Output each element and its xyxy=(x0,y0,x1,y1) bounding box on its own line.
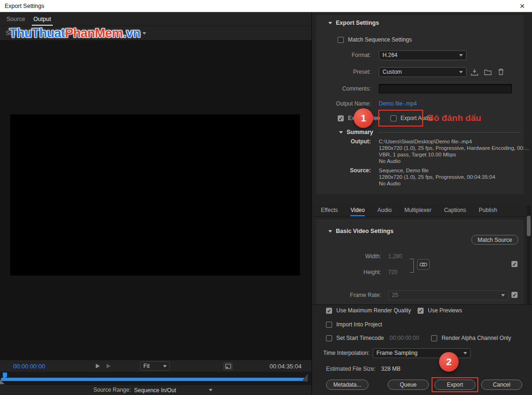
save-preset-button[interactable] xyxy=(469,68,480,76)
zoom-level-select[interactable]: Fit xyxy=(140,361,170,371)
preview-panel: Source Output Sou ThuThuatPhanMem.vn 00:… xyxy=(0,12,312,395)
tab-effects[interactable]: Effects xyxy=(321,207,338,216)
set-start-timecode-label: Set Start Timecode xyxy=(336,335,384,341)
source-range-row: Source Range: Sequence In/Out xyxy=(0,384,312,395)
output-name-link[interactable]: Demo file-.mp4 xyxy=(379,100,417,107)
chevron-down-icon xyxy=(501,294,505,296)
source-range-select[interactable]: Sequence In/Out xyxy=(132,386,214,395)
chevron-down-icon xyxy=(463,352,467,354)
play-in-out-icon[interactable] xyxy=(96,364,100,368)
collapse-export-settings-icon[interactable] xyxy=(328,22,332,24)
timeline-bar[interactable] xyxy=(1,378,305,381)
dialog-title: Export Settings xyxy=(0,3,44,9)
match-sequence-checkbox[interactable] xyxy=(338,37,344,43)
annotation-box-export-audio xyxy=(378,110,423,127)
collapse-basic-video-icon[interactable] xyxy=(328,230,332,233)
close-icon[interactable]: × xyxy=(512,0,532,12)
height-value: 720 xyxy=(388,269,397,275)
zoom-level-value: Fit xyxy=(143,363,149,369)
tab-publish[interactable]: Publish xyxy=(479,207,497,216)
time-interpolation-value: Frame Sampling xyxy=(376,350,418,356)
collapse-summary-icon[interactable] xyxy=(339,131,343,134)
frame-rate-value: 25 xyxy=(392,292,398,298)
titlebar: Export Settings × xyxy=(0,0,532,12)
estimated-size-value: 328 MB xyxy=(381,366,400,372)
import-into-project-checkbox[interactable] xyxy=(326,322,332,328)
tab-captions[interactable]: Captions xyxy=(444,207,466,216)
time-interpolation-label: Time Interpolation: xyxy=(312,350,369,356)
link-bracket xyxy=(410,259,414,273)
render-alpha-checkbox[interactable] xyxy=(431,335,437,341)
width-label: Width: xyxy=(312,253,381,260)
set-start-timecode-checkbox[interactable] xyxy=(326,335,332,341)
crop-icon xyxy=(225,364,231,369)
format-select[interactable]: H.264 xyxy=(379,50,467,60)
frame-rate-label: Frame Rate: xyxy=(312,292,381,298)
current-timecode[interactable]: 00:00:00:00 xyxy=(13,363,45,370)
summary-source-label: Source: xyxy=(312,167,371,174)
tab-multiplexer[interactable]: Multiplexer xyxy=(404,207,432,216)
timeline-scrubber[interactable] xyxy=(0,372,312,384)
scrollbar-thumb[interactable] xyxy=(527,216,531,236)
video-preview-area xyxy=(0,40,312,360)
start-timecode-value: 00:00:00:00 xyxy=(390,335,419,341)
annotation-step-2: 2 xyxy=(439,352,459,372)
summary-divider xyxy=(378,132,520,133)
annotation-uncheck-text: Bỏ đánh dấu xyxy=(427,113,481,123)
height-label: Height: xyxy=(312,269,381,275)
settings-tabs: Effects Video Audio Multiplexer Captions… xyxy=(312,205,526,217)
duration-timecode: 00:04:35:04 xyxy=(270,363,302,370)
annotation-box-export-button xyxy=(432,377,478,392)
out-point-handle[interactable] xyxy=(302,374,308,381)
estimated-size-label: Estimated File Size: xyxy=(326,366,376,372)
dimensions-enabled-checkbox[interactable] xyxy=(511,261,518,267)
queue-button[interactable]: Queue xyxy=(388,380,429,390)
use-max-render-checkbox[interactable] xyxy=(326,308,332,314)
transport-bar: 00:00:00:00 Fit 00:04:35:04 xyxy=(0,360,312,372)
export-video-checkbox[interactable] xyxy=(338,115,344,121)
crop-output-button[interactable] xyxy=(223,362,233,370)
metadata-button[interactable]: Metadata... xyxy=(326,380,369,390)
playhead-marker[interactable] xyxy=(3,373,7,377)
match-source-button[interactable]: Match Source xyxy=(471,235,518,245)
chevron-down-icon xyxy=(209,389,213,391)
preset-select[interactable]: Custom xyxy=(379,67,467,77)
source-range-value: Sequence In/Out xyxy=(134,387,176,394)
chevron-down-icon xyxy=(163,365,167,367)
render-alpha-label: Render Alpha Channel Only xyxy=(441,335,511,341)
folder-icon xyxy=(484,69,492,75)
trash-icon xyxy=(498,69,504,75)
preset-value: Custom xyxy=(383,69,402,75)
in-point-handle[interactable] xyxy=(0,380,5,384)
video-frame xyxy=(10,114,300,275)
summary-source-lines: Sequence, Demo file 1280x720 (1.0), 25 f… xyxy=(379,167,495,187)
play-icon[interactable] xyxy=(106,364,111,368)
chain-link-icon xyxy=(419,262,427,267)
import-into-project-label: Import Into Project xyxy=(336,321,382,328)
save-preset-icon xyxy=(471,69,478,76)
tab-output[interactable]: Output xyxy=(32,16,53,26)
use-previews-label: Use Previews xyxy=(428,307,462,314)
bottom-divider xyxy=(312,304,532,305)
watermark: ThuThuatPhanMem.vn xyxy=(9,26,141,41)
match-sequence-label: Match Sequence Settings xyxy=(348,36,412,43)
cancel-button[interactable]: Cancel xyxy=(481,380,522,390)
use-max-render-label: Use Maximum Render Quality xyxy=(336,307,411,314)
annotation-step-1: 1 xyxy=(354,108,373,128)
export-settings-dialog: Export Settings × Source Output Sou ThuT… xyxy=(0,0,532,395)
tab-video[interactable]: Video xyxy=(350,207,364,216)
summary-header: Summary xyxy=(347,129,373,135)
basic-video-header: Basic Video Settings xyxy=(336,228,393,234)
comments-input[interactable] xyxy=(379,84,512,93)
frame-rate-enabled-checkbox[interactable] xyxy=(511,292,518,298)
use-previews-checkbox[interactable] xyxy=(418,308,424,314)
import-preset-button[interactable] xyxy=(482,68,493,76)
tab-source[interactable]: Source xyxy=(5,16,27,26)
frame-rate-select[interactable]: 25 xyxy=(388,290,509,300)
link-dimensions-toggle[interactable] xyxy=(417,259,430,270)
tab-audio[interactable]: Audio xyxy=(377,207,392,216)
delete-preset-button[interactable] xyxy=(496,68,506,76)
source-range-label: Source Range: xyxy=(93,387,131,393)
preset-label: Preset: xyxy=(312,69,371,75)
source-dropdown[interactable] xyxy=(140,30,149,37)
